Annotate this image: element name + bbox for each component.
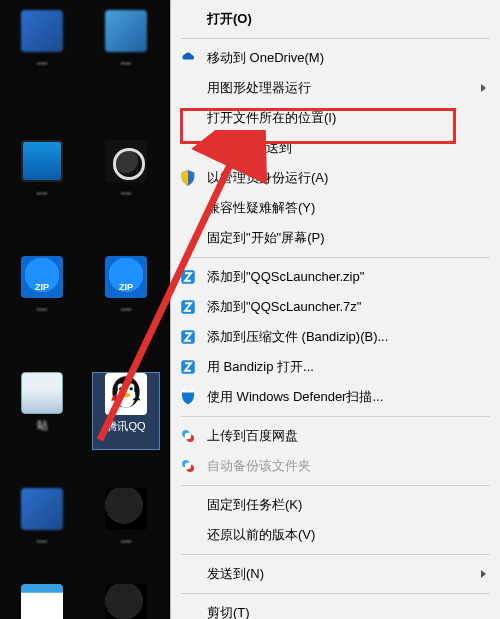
qq-shortcut[interactable]: 腾讯QQ <box>92 372 160 450</box>
menu-qq-send[interactable]: 通过QQ发送到 <box>171 133 500 163</box>
shield-icon <box>177 167 199 189</box>
desktop-item[interactable] <box>8 584 76 619</box>
menu-run-admin[interactable]: 以管理员身份运行(A) <box>171 163 500 193</box>
onedrive-icon <box>177 47 199 69</box>
separator <box>181 257 490 258</box>
desktop-background: --- --- --- --- --- --- 站 腾讯QQ --- --- 打… <box>0 0 500 619</box>
svg-point-14 <box>185 433 191 439</box>
menu-send-to[interactable]: 发送到(N) <box>171 559 500 589</box>
menu-baidu-backup: 自动备份该文件夹 <box>171 451 500 481</box>
menu-restore[interactable]: 还原以前的版本(V) <box>171 520 500 550</box>
chevron-right-icon <box>481 570 486 578</box>
menu-onedrive[interactable]: 移动到 OneDrive(M) <box>171 43 500 73</box>
baidu-icon <box>177 425 199 447</box>
desktop-item[interactable]: --- <box>92 10 160 88</box>
separator <box>181 593 490 594</box>
menu-baidu-upload[interactable]: 上传到百度网盘 <box>171 421 500 451</box>
svg-rect-11 <box>182 390 194 393</box>
menu-gpu-run[interactable]: 用图形处理器运行 <box>171 73 500 103</box>
separator <box>181 38 490 39</box>
menu-zip2[interactable]: 添加到"QQScLauncher.7z" <box>171 292 500 322</box>
desktop-icon-area: --- --- --- --- --- --- 站 腾讯QQ --- --- <box>0 0 170 619</box>
separator <box>181 416 490 417</box>
desktop-item[interactable]: --- <box>92 488 160 566</box>
desktop-item[interactable]: --- <box>8 140 76 218</box>
separator <box>181 485 490 486</box>
menu-bandizip-open[interactable]: 用 Bandizip 打开... <box>171 352 500 382</box>
svg-point-17 <box>185 463 191 469</box>
svg-point-5 <box>130 387 133 390</box>
chevron-right-icon <box>481 84 486 92</box>
menu-zip3[interactable]: 添加到压缩文件 (Bandizip)(B)... <box>171 322 500 352</box>
bandizip-icon <box>177 296 199 318</box>
desktop-item[interactable]: --- <box>8 256 76 334</box>
desktop-item[interactable]: --- <box>8 488 76 566</box>
bandizip-icon <box>177 356 199 378</box>
desktop-item[interactable]: --- <box>8 10 76 88</box>
menu-cut[interactable]: 剪切(T) <box>171 598 500 619</box>
menu-pin-taskbar[interactable]: 固定到任务栏(K) <box>171 490 500 520</box>
desktop-item[interactable] <box>92 584 160 619</box>
recycle-bin[interactable]: 站 <box>8 372 76 450</box>
menu-pin-start[interactable]: 固定到"开始"屏幕(P) <box>171 223 500 253</box>
context-menu: 打开(O) 移动到 OneDrive(M) 用图形处理器运行 打开文件所在的位置… <box>170 0 500 619</box>
qq-shortcut-label: 腾讯QQ <box>106 419 145 434</box>
desktop-item[interactable]: --- <box>92 140 160 218</box>
menu-open-file-location[interactable]: 打开文件所在的位置(I) <box>171 103 500 133</box>
qq-icon <box>105 373 147 415</box>
defender-icon <box>177 386 199 408</box>
separator <box>181 554 490 555</box>
menu-defender[interactable]: 使用 Windows Defender扫描... <box>171 382 500 412</box>
baidu-icon <box>177 455 199 477</box>
desktop-item[interactable]: --- <box>92 256 160 334</box>
svg-point-6 <box>122 393 130 397</box>
menu-compat[interactable]: 兼容性疑难解答(Y) <box>171 193 500 223</box>
bandizip-icon <box>177 266 199 288</box>
bandizip-icon <box>177 326 199 348</box>
menu-open[interactable]: 打开(O) <box>171 4 500 34</box>
svg-point-4 <box>119 387 122 390</box>
menu-zip1[interactable]: 添加到"QQScLauncher.zip" <box>171 262 500 292</box>
